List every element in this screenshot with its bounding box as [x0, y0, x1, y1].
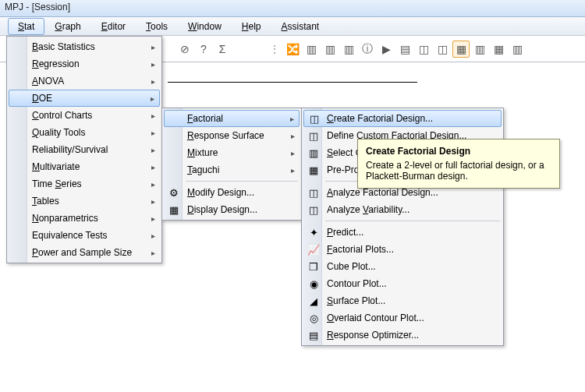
menu-tools[interactable]: Tools — [136, 18, 178, 35]
menu-item-label: Cube Plot... — [327, 261, 376, 272]
toolbar-button[interactable]: ◫ — [434, 41, 451, 58]
toolbar-button[interactable]: ▥ — [321, 41, 339, 58]
toolbar-button[interactable]: ⓘ — [359, 41, 376, 58]
menu-item-label: Overlaid Contour Plot... — [327, 313, 424, 323]
menu-item[interactable]: Quality Tools — [9, 124, 160, 141]
menu-item-label: Response Optimizer... — [327, 330, 419, 341]
menu-window[interactable]: Window — [178, 18, 232, 35]
menu-item-label: Power and Sample Size — [32, 247, 132, 258]
menu-item-label: Control Charts — [32, 110, 92, 121]
menu-item-label: Nonparametrics — [32, 213, 98, 224]
menu-item-label: Modify Design... — [187, 187, 254, 198]
toolbar-button[interactable]: ? — [195, 41, 212, 58]
menu-graph[interactable]: Graph — [44, 18, 90, 35]
menu-item-label: Analyze Variability... — [327, 204, 410, 215]
menu-item-label: Multivariate — [32, 161, 80, 172]
menu-icon: ▥ — [307, 147, 320, 159]
menu-icon: ◉ — [307, 277, 320, 290]
menu-icon: ◫ — [307, 186, 320, 199]
menu-item-label: Response Surface — [187, 130, 264, 141]
menu-icon: ▤ — [307, 329, 320, 341]
menu-item[interactable]: Mixture — [164, 144, 300, 161]
menu-item-label: Basic Statistics — [32, 41, 95, 52]
menu-item[interactable]: ◢Surface Plot... — [303, 292, 502, 309]
menu-icon: ◫ — [308, 112, 321, 125]
tooltip-create-factorial: Create Factorial Design Create a 2-level… — [357, 139, 560, 189]
menu-item[interactable]: 📈Factorial Plots... — [303, 241, 502, 258]
menu-item-label: Time Series — [32, 178, 82, 189]
menu-item-label: Mixture — [187, 147, 218, 158]
menu-item-label: Factorial — [187, 113, 223, 124]
menu-item[interactable]: Factorial — [164, 110, 300, 127]
menu-item-label: Tables — [32, 196, 59, 207]
menu-item-label: Equivalence Tests — [32, 230, 108, 241]
toolbar-button[interactable]: ▦ — [490, 41, 507, 58]
menu-item[interactable]: ❒Cube Plot... — [303, 258, 502, 275]
menu-icon: ◫ — [307, 129, 320, 142]
toolbar-button[interactable]: ▥ — [340, 41, 357, 58]
session-separator — [168, 82, 417, 83]
menu-editor[interactable]: Editor — [91, 18, 136, 35]
menu-item-label: ANOVA — [32, 76, 64, 87]
menu-item[interactable]: Time Series — [9, 175, 160, 192]
menu-item-label: Contour Plot... — [327, 278, 387, 289]
menu-doe: FactorialResponse SurfaceMixtureTaguchi⚙… — [161, 108, 302, 221]
menu-icon: ⚙ — [168, 186, 180, 199]
menu-item[interactable]: Basic Statistics — [9, 38, 160, 55]
menu-item[interactable]: ◫Create Factorial Design... — [303, 110, 502, 127]
menu-item-label: Factorial Plots... — [327, 244, 394, 255]
menu-icon: ◎ — [307, 312, 320, 324]
menu-icon: ▦ — [307, 164, 320, 176]
menu-item[interactable]: Nonparametrics — [9, 210, 160, 227]
toolbar-button[interactable]: 🔀 — [284, 41, 301, 58]
menu-item[interactable]: Regression — [9, 55, 160, 72]
menu-item[interactable]: Multivariate — [9, 158, 160, 175]
menu-item-label: Create Factorial Design... — [327, 113, 433, 124]
menu-item-label: DOE — [32, 93, 52, 104]
menu-item-label: Regression — [32, 58, 80, 69]
tooltip-title: Create Factorial Design — [366, 146, 551, 157]
toolbar-button[interactable]: ⊘ — [176, 41, 193, 58]
tooltip-body: Create a 2-level or full factorial desig… — [366, 160, 544, 182]
menu-item-label: Reliability/Survival — [32, 144, 108, 155]
toolbar-button[interactable]: ▥ — [509, 41, 526, 58]
menu-item[interactable]: ◉Contour Plot... — [303, 275, 502, 292]
menu-item[interactable]: ✦Predict... — [303, 224, 502, 241]
menu-item[interactable]: ▦Display Design... — [164, 201, 300, 218]
menu-item[interactable]: Power and Sample Size — [9, 244, 160, 261]
menu-separator — [325, 221, 500, 221]
toolbar-button[interactable]: ◫ — [415, 41, 432, 58]
toolbar-button[interactable]: ▥ — [303, 41, 320, 58]
menu-icon: 📈 — [307, 243, 320, 256]
menu-item[interactable]: Reliability/Survival — [9, 141, 160, 158]
menu-item-label: Analyze Factorial Design... — [327, 187, 438, 198]
menu-item[interactable]: ▤Response Optimizer... — [303, 327, 502, 344]
menu-icon: ▦ — [168, 203, 180, 216]
menu-assistant[interactable]: Assistant — [271, 18, 329, 35]
menu-item-label: Quality Tools — [32, 127, 86, 138]
menu-item[interactable]: Tables — [9, 192, 160, 210]
menu-item[interactable]: Control Charts — [9, 107, 160, 124]
menu-item-label: Taguchi — [187, 164, 219, 175]
menu-separator — [186, 181, 298, 182]
menu-item[interactable]: ◎Overlaid Contour Plot... — [303, 309, 502, 327]
menubar: StatGraphEditorToolsWindowHelpAssistant — [0, 17, 585, 36]
menu-help[interactable]: Help — [232, 18, 271, 35]
menu-item[interactable]: DOE — [9, 90, 160, 107]
toolbar-button[interactable]: ▦ — [452, 41, 470, 58]
menu-icon: ✦ — [307, 226, 320, 238]
toolbar-button[interactable]: ▶ — [378, 41, 395, 58]
menu-item[interactable]: ⚙Modify Design... — [164, 184, 300, 201]
menu-stat[interactable]: Stat — [8, 18, 44, 35]
menu-item-label: Predict... — [327, 227, 363, 238]
menu-item[interactable]: Taguchi — [164, 161, 300, 178]
menu-icon: ◫ — [307, 203, 320, 216]
toolbar-button[interactable]: ▥ — [471, 41, 488, 58]
toolbar-button[interactable]: Σ — [214, 41, 231, 58]
window-title: MPJ - [Session] — [0, 0, 585, 17]
menu-item[interactable]: Response Surface — [164, 127, 300, 144]
menu-item[interactable]: ANOVA — [9, 72, 160, 90]
menu-item[interactable]: Equivalence Tests — [9, 227, 160, 244]
menu-item[interactable]: ◫Analyze Variability... — [303, 201, 502, 218]
toolbar-button[interactable]: ▤ — [396, 41, 413, 58]
